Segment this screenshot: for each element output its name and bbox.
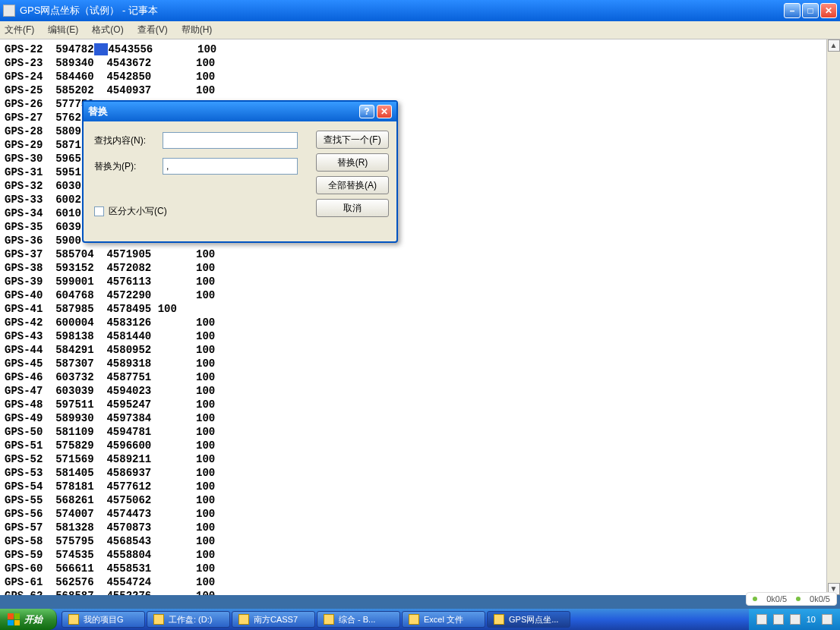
taskbar-item[interactable]: Excel 文件 bbox=[402, 611, 485, 628]
windows-logo-icon bbox=[8, 613, 20, 625]
taskbar-item[interactable]: 综合 - B... bbox=[317, 611, 400, 628]
taskbar-item[interactable]: GPS网点坐... bbox=[487, 611, 570, 628]
text-line: GPS-24 584460 4542850 100 bbox=[5, 70, 822, 83]
window-titlebar: GPS网点坐标（试例） - 记事本 – □ ✕ bbox=[0, 0, 840, 21]
tray-icon[interactable] bbox=[773, 614, 784, 625]
folder-icon bbox=[153, 614, 164, 625]
taskbar-item-label: 我的项目G bbox=[84, 614, 124, 625]
text-line: GPS-44 584291 4580952 100 bbox=[5, 343, 822, 357]
tray-icon[interactable] bbox=[756, 614, 767, 625]
find-next-button[interactable]: 查找下一个(F) bbox=[316, 131, 389, 149]
app-icon bbox=[3, 5, 15, 17]
text-line: GPS-23 589340 4543672 100 bbox=[5, 56, 822, 70]
taskbar-item-label: 综合 - B... bbox=[339, 614, 375, 625]
replace-label: 替换为(P): bbox=[94, 160, 155, 173]
status-dot-icon bbox=[753, 597, 757, 601]
taskbar-item-label: GPS网点坐... bbox=[509, 614, 558, 625]
text-line: GPS-56 574007 4574473 100 bbox=[5, 507, 822, 521]
vertical-scrollbar[interactable]: ▲ ▼ bbox=[826, 39, 840, 595]
folder-icon bbox=[494, 614, 504, 625]
cancel-button[interactable]: 取消 bbox=[316, 199, 389, 217]
find-input[interactable] bbox=[163, 132, 298, 149]
taskbar-item[interactable]: 我的项目G bbox=[62, 611, 145, 628]
close-button[interactable]: ✕ bbox=[820, 3, 837, 18]
replace-button[interactable]: 替换(R) bbox=[316, 153, 389, 172]
find-label: 查找内容(N): bbox=[94, 134, 155, 147]
minimize-button[interactable]: – bbox=[784, 3, 801, 18]
text-line: GPS-60 566611 4558531 100 bbox=[5, 562, 822, 575]
text-line: GPS-40 604768 4572290 100 bbox=[5, 288, 822, 302]
taskbar-item-label: 工作盘: (D:) bbox=[169, 614, 212, 625]
text-line: GPS-52 571569 4589211 100 bbox=[5, 452, 822, 466]
text-line: GPS-50 581109 4594781 100 bbox=[5, 425, 822, 439]
text-line: GPS-39 599001 4576113 100 bbox=[5, 275, 822, 288]
dialog-title: 替换 bbox=[88, 105, 108, 118]
menu-file[interactable]: 文件(F) bbox=[5, 24, 34, 36]
menu-format[interactable]: 格式(O) bbox=[92, 24, 123, 36]
text-line: GPS-47 603039 4594023 100 bbox=[5, 384, 822, 398]
text-line: GPS-54 578181 4577612 100 bbox=[5, 480, 822, 493]
folder-icon bbox=[409, 614, 419, 625]
text-line: GPS-42 600004 4583126 100 bbox=[5, 316, 822, 329]
text-line: GPS-51 575829 4596600 100 bbox=[5, 439, 822, 452]
text-line: GPS-48 597511 4595247 100 bbox=[5, 398, 822, 411]
taskbar-item[interactable]: 工作盘: (D:) bbox=[147, 611, 230, 628]
text-line: GPS-49 589930 4597384 100 bbox=[5, 411, 822, 425]
text-line: GPS-61 562576 4554724 100 bbox=[5, 575, 822, 589]
dialog-titlebar[interactable]: 替换 ? ✕ bbox=[84, 102, 396, 121]
folder-icon bbox=[68, 614, 79, 625]
system-tray[interactable]: 10 bbox=[749, 609, 840, 630]
text-line: GPS-59 574535 4558804 100 bbox=[5, 548, 822, 562]
tray-icon[interactable] bbox=[822, 614, 832, 625]
menu-edit[interactable]: 编辑(E) bbox=[48, 24, 78, 36]
folder-icon bbox=[324, 614, 334, 625]
start-label: 开始 bbox=[24, 613, 43, 626]
match-case-label: 区分大小写(C) bbox=[109, 205, 167, 218]
text-line: GPS-43 598138 4581440 100 bbox=[5, 329, 822, 343]
scroll-up-icon[interactable]: ▲ bbox=[828, 39, 840, 52]
text-line: GPS-38 593152 4572082 100 bbox=[5, 261, 822, 275]
text-line: GPS-22 594782 4543556 100 bbox=[5, 43, 822, 56]
start-button[interactable]: 开始 bbox=[0, 609, 57, 630]
text-line: GPS-37 585704 4571905 100 bbox=[5, 247, 822, 261]
text-line: GPS-46 603732 4587751 100 bbox=[5, 370, 822, 384]
replace-input[interactable] bbox=[163, 158, 298, 175]
text-selection bbox=[94, 43, 109, 55]
tray-clock: 10 bbox=[807, 615, 816, 624]
text-line: GPS-53 581405 4586937 100 bbox=[5, 466, 822, 480]
dialog-help-button[interactable]: ? bbox=[359, 105, 374, 118]
taskbar-item-label: Excel 文件 bbox=[424, 614, 463, 625]
maximize-button[interactable]: □ bbox=[802, 3, 819, 18]
taskbar-item[interactable]: 南方CASS7 bbox=[232, 611, 315, 628]
menubar: 文件(F) 编辑(E) 格式(O) 查看(V) 帮助(H) bbox=[0, 21, 840, 39]
folder-icon bbox=[238, 614, 249, 625]
text-line: GPS-25 585202 4540937 100 bbox=[5, 83, 822, 97]
checkbox-icon bbox=[94, 206, 104, 216]
text-line: GPS-45 587307 4589318 100 bbox=[5, 357, 822, 370]
tray-icon[interactable] bbox=[790, 614, 801, 625]
taskbar-item-label: 南方CASS7 bbox=[254, 614, 298, 625]
text-line: GPS-55 568261 4575062 100 bbox=[5, 493, 822, 507]
text-line: GPS-62 568587 4552276 100 bbox=[5, 589, 822, 595]
status-left: 0k0/5 bbox=[766, 594, 787, 603]
taskbar: 开始 我的项目G工作盘: (D:)南方CASS7综合 - B...Excel 文… bbox=[0, 609, 840, 630]
replace-all-button[interactable]: 全部替换(A) bbox=[316, 176, 389, 194]
status-right: 0k0/5 bbox=[810, 594, 830, 603]
dialog-close-button[interactable]: ✕ bbox=[377, 105, 392, 118]
status-dot-icon bbox=[796, 597, 801, 601]
text-line: GPS-58 575795 4568543 100 bbox=[5, 534, 822, 548]
menu-help[interactable]: 帮助(H) bbox=[182, 24, 213, 36]
task-buttons: 我的项目G工作盘: (D:)南方CASS7综合 - B...Excel 文件GP… bbox=[62, 611, 749, 628]
window-title: GPS网点坐标（试例） - 记事本 bbox=[20, 4, 784, 17]
text-line: GPS-41 587985 4578495 100 bbox=[5, 302, 822, 316]
menu-view[interactable]: 查看(V) bbox=[137, 24, 168, 36]
text-line: GPS-57 581328 4570873 100 bbox=[5, 521, 822, 534]
replace-dialog: 替换 ? ✕ 查找内容(N): 替换为(P): 区分大小写(C) 查找下一个(F… bbox=[82, 100, 398, 243]
status-indicator: 0k0/5 0k0/5 bbox=[746, 592, 837, 606]
